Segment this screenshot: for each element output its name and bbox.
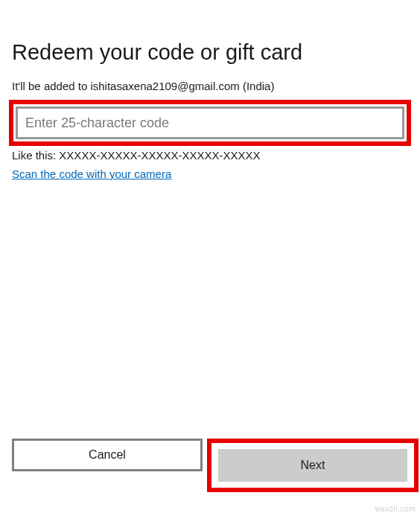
scan-code-link[interactable]: Scan the code with your camera [12,168,171,180]
watermark-text: wsxdn.com [375,505,416,513]
cancel-button[interactable]: Cancel [12,439,203,471]
next-button-label: Next [301,459,325,472]
cancel-button-label: Cancel [89,448,126,462]
page-title: Redeem your code or gift card [12,40,408,65]
button-row: Cancel Next [12,439,420,492]
next-button-highlight: Next [207,439,419,492]
account-info-text: It'll be added to ishitasaxena2109@gmail… [12,80,408,92]
next-button[interactable]: Next [218,449,407,482]
code-input-highlight [9,100,411,146]
code-format-hint: Like this: XXXXX-XXXXX-XXXXX-XXXXX-XXXXX [12,149,408,162]
code-input[interactable] [16,106,404,139]
